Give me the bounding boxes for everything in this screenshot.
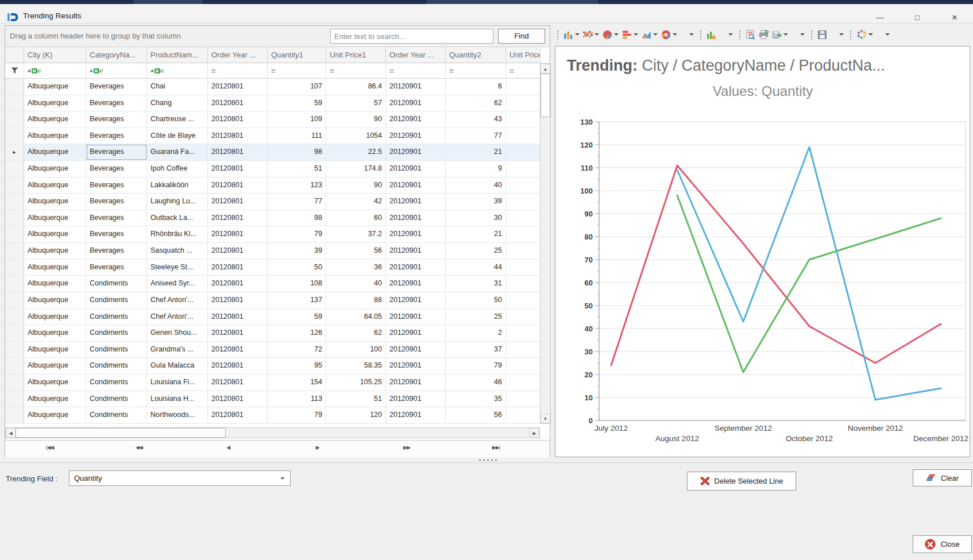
grid-cell[interactable]: 86.4 xyxy=(326,79,386,95)
grid-cell[interactable]: 20120801 xyxy=(208,79,268,95)
more-appearance-button[interactable] xyxy=(882,27,891,42)
grid-cell[interactable]: 20120801 xyxy=(208,194,268,210)
grid-cell[interactable]: 20120901 xyxy=(386,309,446,325)
grid-cell[interactable]: 20120801 xyxy=(208,243,268,259)
filter-cell-2[interactable]: ABC xyxy=(86,63,147,79)
table-row[interactable]: AlbuquerqueCondimentsLouisiana Fi...2012… xyxy=(5,374,540,391)
grid-cell[interactable]: 20120901 xyxy=(386,407,446,423)
grid-cell[interactable]: 20120901 xyxy=(386,374,446,391)
grid-cell[interactable]: 37 xyxy=(446,342,506,358)
grid-cell[interactable]: 25 xyxy=(446,309,506,325)
grid-cell[interactable]: Beverages xyxy=(86,243,147,259)
grid-cell[interactable]: 20120901 xyxy=(386,292,446,308)
find-button[interactable]: Find xyxy=(498,29,545,44)
grid-cell[interactable]: 95 xyxy=(268,358,326,374)
grid-cell[interactable]: 6 xyxy=(446,79,506,95)
grid-cell[interactable] xyxy=(506,161,540,177)
grid-cell[interactable]: 56 xyxy=(446,407,506,423)
grid-cell[interactable]: 105.25 xyxy=(326,374,386,391)
grid-cell[interactable]: 108 xyxy=(268,276,326,292)
grid-cell[interactable]: 20120901 xyxy=(386,194,446,210)
grid-cell[interactable]: Condiments xyxy=(86,391,147,407)
table-row[interactable]: AlbuquerqueCondimentsNorthwoods...201208… xyxy=(5,407,540,424)
grid-cell[interactable]: 20120901 xyxy=(386,111,446,128)
grid-cell[interactable]: 46 xyxy=(446,374,506,391)
toolbar-grip[interactable] xyxy=(699,29,702,40)
table-row[interactable]: AlbuquerqueCondimentsLouisiana H...20120… xyxy=(5,391,540,408)
close-button[interactable]: Close xyxy=(913,535,972,553)
table-row[interactable]: AlbuquerqueBeveragesSteeleye St...201208… xyxy=(5,260,540,276)
grid-cell[interactable]: 20120801 xyxy=(208,111,268,128)
grid-cell[interactable] xyxy=(506,260,540,276)
table-row[interactable]: AlbuquerqueBeveragesCôte de Blaye2012080… xyxy=(5,128,540,145)
grid-cell[interactable]: Ipoh Coffee xyxy=(147,161,208,177)
grid-cell[interactable]: 50 xyxy=(446,292,506,308)
vertical-scrollbar[interactable]: ▲ ▼ xyxy=(540,63,551,424)
filter-cell-1[interactable]: ABC xyxy=(24,63,86,79)
grid-cell[interactable]: 42 xyxy=(326,194,386,210)
navigator-button-next[interactable]: ▶ xyxy=(306,445,329,450)
grid-cell[interactable]: Gula Malacca xyxy=(147,358,208,374)
grid-cell[interactable]: 1054 xyxy=(326,128,386,144)
grid-cell[interactable]: Grandma's ... xyxy=(147,342,208,358)
grid-cell[interactable] xyxy=(506,243,540,259)
filter-cell-9[interactable]: = xyxy=(506,63,540,79)
grid-cell[interactable]: 79 xyxy=(268,226,326,242)
grid-cell[interactable]: 120 xyxy=(326,407,386,423)
grid-cell[interactable]: 51 xyxy=(326,391,386,407)
grid-cell[interactable]: Albuquerque xyxy=(24,374,86,391)
grid-cell[interactable]: Beverages xyxy=(86,194,147,210)
grid-cell[interactable]: Beverages xyxy=(86,128,147,144)
column-header-1[interactable]: City (K) xyxy=(24,47,86,63)
grid-cell[interactable]: Albuquerque xyxy=(24,111,86,128)
grid-cell[interactable]: 31 xyxy=(446,276,506,292)
grid-cell[interactable]: 20120801 xyxy=(208,177,268,194)
grid-cell[interactable]: 20120801 xyxy=(208,391,268,407)
grid-cell[interactable]: 113 xyxy=(268,391,326,407)
grid-cell[interactable]: 56 xyxy=(326,243,386,259)
grid-cell[interactable]: Condiments xyxy=(86,342,147,358)
grid-cell[interactable]: 20120901 xyxy=(386,128,446,144)
toolbar-grip[interactable] xyxy=(810,29,813,40)
filter-cell-3[interactable]: ABC xyxy=(147,63,208,79)
grid-cell[interactable]: 22.5 xyxy=(326,144,386,160)
grid-cell[interactable]: 50 xyxy=(268,260,326,276)
grid-cell[interactable]: 20120801 xyxy=(208,226,268,242)
table-row[interactable]: AlbuquerqueBeveragesChartreuse ...201208… xyxy=(5,111,540,128)
toolbar-grip[interactable] xyxy=(556,29,559,40)
grid-cell[interactable]: 20120901 xyxy=(386,243,446,259)
grid-cell[interactable]: Beverages xyxy=(86,144,147,160)
grid-cell[interactable] xyxy=(506,342,540,358)
grid-cell[interactable]: 79 xyxy=(268,407,326,423)
grid-cell[interactable]: 126 xyxy=(268,325,326,341)
row-indicator[interactable] xyxy=(5,111,24,128)
more-chart-types-button[interactable] xyxy=(686,27,696,42)
grid-cell[interactable]: 59 xyxy=(268,309,326,325)
grid-cell[interactable]: Albuquerque xyxy=(24,391,86,407)
grid-cell[interactable] xyxy=(506,276,540,292)
grid-cell[interactable]: 20120901 xyxy=(386,342,446,358)
grid-cell[interactable]: 60 xyxy=(326,210,386,226)
grid-cell[interactable]: 20120901 xyxy=(386,177,446,194)
grid-cell[interactable]: 123 xyxy=(268,177,326,194)
table-row[interactable]: AlbuquerqueBeveragesIpoh Coffee201208015… xyxy=(5,161,540,177)
grid-cell[interactable]: Chai xyxy=(147,79,208,95)
table-row[interactable]: AlbuquerqueCondimentsGula Malacca2012080… xyxy=(5,358,540,374)
grid-cell[interactable] xyxy=(506,177,540,194)
grid-cell[interactable] xyxy=(506,226,540,242)
grid-cell[interactable]: Albuquerque xyxy=(24,358,86,374)
grid-cell[interactable]: 20120801 xyxy=(208,144,268,160)
grid-cell[interactable]: 20120901 xyxy=(386,325,446,341)
grid-cell[interactable]: 20120801 xyxy=(208,260,268,276)
filter-cell-4[interactable]: = xyxy=(208,63,268,79)
grid-cell[interactable]: Albuquerque xyxy=(24,309,86,325)
row-indicator[interactable] xyxy=(5,161,24,177)
grid-cell[interactable]: Chang xyxy=(147,95,208,111)
table-row[interactable]: AlbuquerqueBeveragesSasquatch ...2012080… xyxy=(5,243,540,260)
row-indicator[interactable] xyxy=(5,128,24,144)
row-indicator[interactable] xyxy=(5,342,24,358)
table-row[interactable]: AlbuquerqueBeveragesLaughing Lu...201208… xyxy=(5,194,540,210)
trend-chart[interactable]: 0102030405060708090100110120130July 2012… xyxy=(555,47,970,457)
grid-cell[interactable]: Northwoods... xyxy=(147,407,208,423)
horizontal-scrollbar[interactable]: ◀ ▶ xyxy=(5,427,540,438)
